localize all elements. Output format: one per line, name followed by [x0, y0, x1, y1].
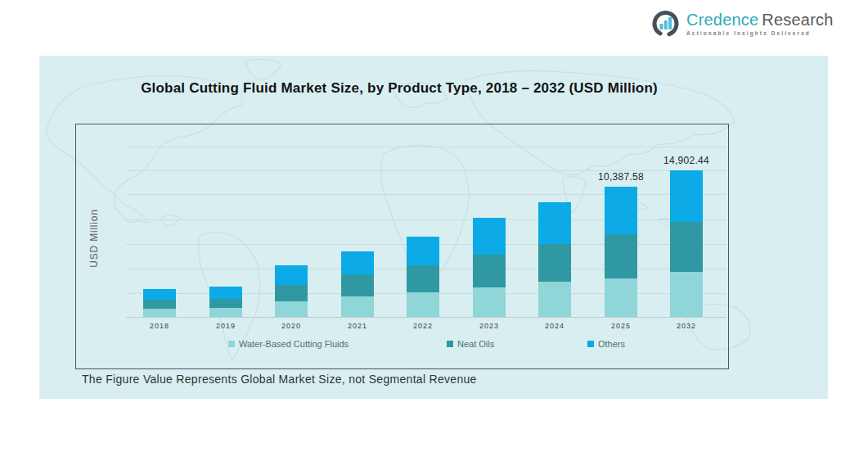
logo-wordmark: CredenceResearch: [686, 11, 834, 28]
bar-segment-water-based-cutting-fluids-2023: [473, 287, 506, 317]
bar-2023: [473, 218, 506, 317]
legend-item-others: Others: [587, 339, 625, 349]
data-label-2032: 14,902.44: [637, 155, 735, 166]
logo-text-research: Research: [762, 11, 833, 29]
legend-label-water-based-cutting-fluids: Water-Based Cutting Fluids: [239, 339, 349, 349]
bar-2024: [538, 202, 571, 317]
credence-research-logo: CredenceResearch Actionable Insights Del…: [650, 7, 834, 40]
x-tick-label-2025: 2025: [596, 322, 645, 330]
x-tick-label-2019: 2019: [201, 322, 250, 330]
bar-segment-neat-oils-2022: [407, 265, 439, 292]
chart-title: Global Cutting Fluid Market Size, by Pro…: [39, 80, 759, 97]
gridline-0: [126, 147, 726, 147]
x-tick-label-2020: 2020: [267, 322, 316, 330]
figure-footnote: The Figure Value Represents Global Marke…: [82, 373, 477, 386]
bar-2025: [605, 187, 637, 317]
bar-segment-water-based-cutting-fluids-2020: [275, 301, 308, 317]
bar-segment-neat-oils-2024: [538, 244, 571, 282]
legend-swatch-neat-oils: [447, 341, 453, 347]
bar-segment-others-2018: [143, 289, 176, 300]
bar-segment-water-based-cutting-fluids-2018: [143, 309, 176, 317]
bar-segment-neat-oils-2019: [209, 299, 242, 308]
legend-label-neat-oils: Neat Oils: [457, 339, 494, 349]
y-axis-label: USD Million: [88, 209, 100, 267]
legend-swatch-others: [587, 341, 594, 347]
bar-segment-others-2020: [275, 265, 308, 285]
logo-text-credence: Credence: [686, 11, 758, 29]
bar-segment-water-based-cutting-fluids-2025: [605, 278, 637, 317]
legend-swatch-water-based-cutting-fluids: [228, 341, 235, 347]
bar-segment-neat-oils-2021: [341, 274, 374, 296]
logo-chart-icon: [650, 7, 681, 40]
bar-segment-others-2021: [341, 251, 374, 274]
bar-segment-others-2024: [538, 202, 571, 244]
x-tick-label-2018: 2018: [135, 322, 184, 330]
bar-2019: [209, 287, 242, 317]
chart-plot-box: USD Million 2018201920202021202220232024…: [75, 124, 729, 369]
bar-segment-neat-oils-2023: [473, 255, 506, 287]
legend-label-others: Others: [598, 339, 625, 349]
bar-2020: [275, 265, 308, 317]
bar-segment-water-based-cutting-fluids-2032: [670, 272, 703, 317]
bar-segment-others-2023: [473, 218, 506, 255]
x-tick-label-2022: 2022: [398, 322, 447, 330]
bar-segment-neat-oils-2025: [605, 234, 637, 278]
bar-segment-water-based-cutting-fluids-2021: [341, 296, 374, 317]
bar-segment-others-2022: [407, 237, 439, 265]
bar-segment-others-2032: [670, 170, 703, 222]
legend-item-water-based-cutting-fluids: Water-Based Cutting Fluids: [228, 339, 349, 349]
bar-segment-neat-oils-2018: [143, 300, 176, 309]
bar-2032: [670, 170, 703, 317]
bar-segment-neat-oils-2020: [275, 285, 308, 301]
bar-2018: [143, 289, 176, 317]
data-label-2025: 10,387.58: [572, 171, 670, 183]
figure-panel: Global Cutting Fluid Market Size, by Pro…: [39, 56, 828, 399]
x-tick-label-2023: 2023: [465, 322, 514, 330]
bar-2021: [341, 251, 374, 317]
bar-segment-water-based-cutting-fluids-2024: [538, 282, 571, 317]
x-tick-label-2032: 2032: [662, 322, 711, 330]
x-axis-line: [126, 317, 726, 318]
bar-segment-others-2025: [605, 187, 637, 234]
bar-segment-water-based-cutting-fluids-2022: [407, 292, 439, 317]
x-tick-label-2021: 2021: [333, 322, 382, 330]
legend-item-neat-oils: Neat Oils: [447, 339, 494, 349]
bar-2022: [407, 237, 439, 317]
bar-segment-water-based-cutting-fluids-2019: [209, 308, 242, 317]
bar-segment-neat-oils-2032: [670, 222, 703, 272]
logo-tagline: Actionable Insights Delivered: [686, 31, 834, 37]
x-tick-label-2024: 2024: [530, 322, 579, 330]
bar-segment-others-2019: [209, 287, 242, 299]
